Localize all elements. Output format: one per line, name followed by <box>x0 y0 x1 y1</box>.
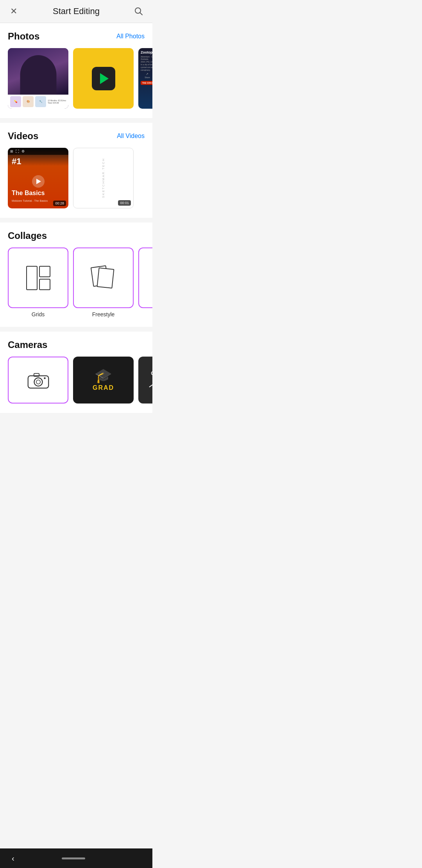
photo-thumb-3[interactable]: Zootopia Adventure · Comedy · Animation … <box>138 48 152 109</box>
video-duration-2: 00:01 <box>118 200 131 206</box>
play-button-container <box>92 67 115 90</box>
collage-grids-item[interactable]: Grids <box>8 247 68 317</box>
videos-title: Videos <box>8 131 38 142</box>
close-icon[interactable]: ✕ <box>8 5 20 17</box>
photos-title: Photos <box>8 31 39 42</box>
video-toolbar: ⊞ ⛶ ⚙ <box>8 148 68 155</box>
search-icon[interactable] <box>133 5 145 17</box>
collage-grids-label: Grids <box>32 311 45 317</box>
camera-default-thumb[interactable] <box>8 357 68 404</box>
photos-section: Photos All Photos 💊 🎨 🔧 12 Months: €2.91… <box>0 23 152 118</box>
video-subtitle: Mobizen Tutorial - The Basics <box>12 199 48 202</box>
video-number: #1 <box>8 155 68 168</box>
video-2-content: SKETCHMAR.TECH <box>73 148 133 208</box>
cameras-title: Cameras <box>8 339 47 350</box>
play-icon <box>100 73 109 84</box>
camera-graduation-thumb[interactable]: GRADUATION <box>138 357 152 404</box>
grad-text: GRAD <box>93 384 114 391</box>
svg-point-4 <box>36 380 40 384</box>
videos-scroll-row: ⊞ ⛶ ⚙ #1 The Basics Mobizen Tutorial - T… <box>0 148 152 208</box>
photo-thumb-2[interactable] <box>73 48 134 109</box>
camera-grad-thumb[interactable]: 🎓 GRAD <box>73 357 134 404</box>
collage-grids-thumb <box>8 247 68 308</box>
mini-icon-3: 🔧 <box>35 96 46 107</box>
grid-icon <box>26 266 50 290</box>
video-play-overlay <box>32 175 45 188</box>
zootopia-actions: ↗ Share ✓ My List 👍 Rate ↓ Download <box>141 72 152 79</box>
videos-section-header: Videos All Videos <box>0 131 152 148</box>
mini-icon-2: 🎨 <box>23 96 34 107</box>
grad-hat-icon: 🎓 <box>95 369 112 383</box>
collage-freestyle-item[interactable]: Freestyle <box>73 247 134 317</box>
cameras-section-header: Cameras <box>0 339 152 357</box>
zootopia-header: Zootopia <box>141 50 152 54</box>
cameras-scroll-row: 🎓 GRAD GRADUATION <box>0 357 152 404</box>
collages-scroll-row: Grids Freestyle Frames <box>0 247 152 317</box>
collage-frames-thumb <box>138 247 152 308</box>
video-2-watermark: SKETCHMAR.TECH <box>102 158 105 198</box>
svg-point-3 <box>34 378 42 386</box>
photo-thumb-1[interactable]: 💊 🎨 🔧 12 Months: €2.91/moTotal: €34.99 <box>8 48 68 109</box>
collage-frames-item[interactable]: Frames <box>138 247 152 317</box>
freestyle-icon <box>92 266 115 290</box>
all-photos-link[interactable]: All Photos <box>116 33 145 40</box>
video-title: The Basics <box>12 189 45 197</box>
page-title: Start Editing <box>53 6 100 16</box>
mini-icon-1: 💊 <box>10 96 21 107</box>
videos-section: Videos All Videos ⊞ ⛶ ⚙ #1 The Basics Mo… <box>0 123 152 218</box>
collage-freestyle-thumb <box>73 247 134 308</box>
mini-label: 12 Months: €2.91/moTotal: €34.99 <box>48 99 66 104</box>
zootopia-meta: Zootopia2016 | PG | 108 min | ⭐5.0In a c… <box>141 58 152 72</box>
collages-section-header: Collages <box>0 230 152 247</box>
video-duration-1: 00:28 <box>53 201 66 206</box>
collages-title: Collages <box>8 230 47 241</box>
graduation-arc: GRADUATION <box>147 371 153 389</box>
all-videos-link[interactable]: All Videos <box>117 133 145 140</box>
header: ✕ Start Editing <box>0 0 152 23</box>
video-thumb-2[interactable]: SKETCHMAR.TECH 00:01 <box>73 148 134 208</box>
graduation-text: GRADUATION <box>147 371 153 376</box>
photos-section-header: Photos All Photos <box>0 31 152 48</box>
photos-scroll-row: 💊 🎨 🔧 12 Months: €2.91/moTotal: €34.99 Z… <box>0 48 152 109</box>
svg-line-1 <box>140 13 143 15</box>
collages-section: Collages Grids Freestyle <box>0 222 152 327</box>
camera-icon <box>27 370 50 390</box>
collage-freestyle-label: Freestyle <box>92 311 115 317</box>
svg-point-6 <box>44 377 46 379</box>
video-thumb-1[interactable]: ⊞ ⛶ ⚙ #1 The Basics Mobizen Tutorial - T… <box>8 148 68 208</box>
cameras-section: Cameras 🎓 GRAD GRADUATION <box>0 332 152 413</box>
